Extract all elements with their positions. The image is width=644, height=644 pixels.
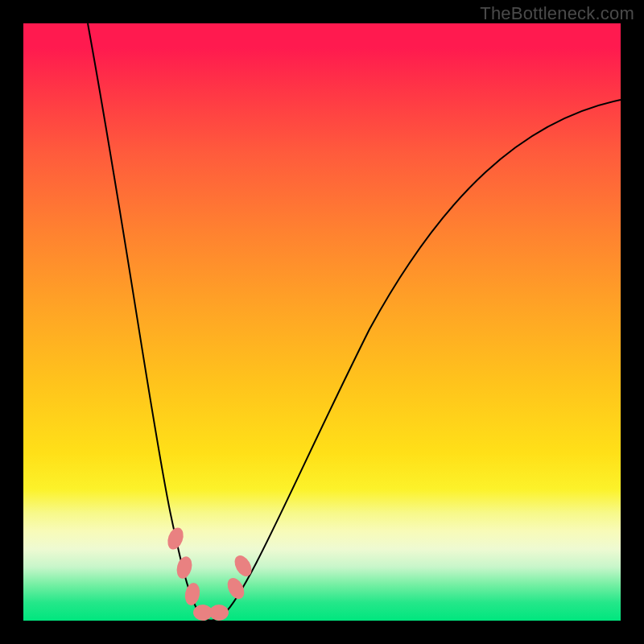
- curve-marker: [175, 555, 195, 580]
- chart-svg: [23, 23, 621, 621]
- watermark-text: TheBottleneck.com: [480, 3, 634, 24]
- curve-marker: [231, 552, 255, 579]
- curve-marker: [165, 526, 186, 551]
- marker-group: [165, 526, 255, 621]
- chart-area: [23, 23, 621, 621]
- curve-marker: [224, 575, 247, 601]
- curve-marker: [209, 605, 229, 621]
- bottleneck-curve: [88, 23, 621, 621]
- curve-marker: [184, 582, 202, 607]
